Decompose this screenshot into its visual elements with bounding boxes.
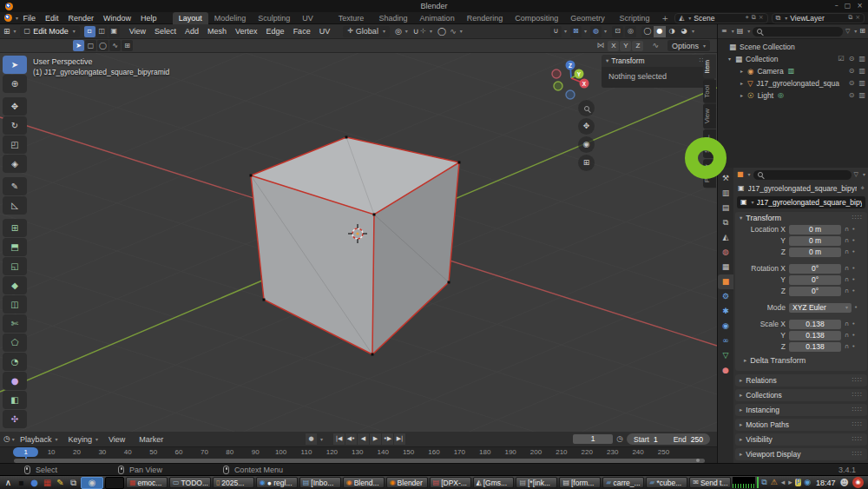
frame-tick[interactable]: 80 — [217, 447, 242, 457]
window-button[interactable]: ◉ ● regl... — [256, 477, 298, 488]
render-visibility-icon[interactable]: ▥ — [858, 68, 865, 75]
add-workspace-button[interactable]: + — [656, 12, 675, 24]
render-visibility-icon[interactable]: ▥ — [858, 56, 865, 63]
collapsed-panel[interactable]: ▸ Collections ∷∷ — [735, 389, 867, 401]
lock-icon[interactable]: ∩ — [845, 227, 849, 233]
menu-item[interactable]: Window — [103, 14, 131, 23]
eye-icon[interactable]: ⊙ — [849, 56, 855, 63]
lock-icon[interactable]: ∩ — [845, 288, 849, 294]
tray-icon[interactable]: ▸ — [787, 479, 793, 486]
lock-icon[interactable]: ∩ — [845, 277, 849, 283]
outliner-item-label[interactable]: Camera — [757, 67, 783, 76]
outliner-row[interactable]: ▾ ▦ Collection ☑ ⊙ ▥ — [718, 53, 868, 65]
frame-tick[interactable]: 1 — [13, 447, 38, 457]
properties-tab[interactable]: ● — [718, 363, 733, 378]
value-input[interactable]: 0° — [789, 275, 841, 285]
properties-search-input[interactable] — [753, 170, 852, 180]
window-button[interactable]: ▤ [DPX-... — [430, 477, 471, 488]
frame-tick[interactable]: 50 — [141, 447, 166, 457]
frame-tick[interactable]: 30 — [89, 447, 115, 457]
select-mode-button[interactable]: ▫ — [84, 26, 95, 37]
properties-tab[interactable]: ◭ — [718, 230, 733, 245]
collapsed-panel[interactable]: ▸ Viewport Display ∷∷ — [735, 448, 867, 460]
properties-tab[interactable]: ⧉ — [718, 215, 733, 230]
sidebar-tab[interactable]: View — [703, 103, 716, 129]
viewport-3d[interactable]: ➤⊕✥↻◰◈✎◺⊞⬒◱◆◫✄⬠◔●◧✣ User Perspective (1)… — [0, 53, 717, 432]
window-button[interactable]: ◭ [Gms... — [473, 477, 515, 488]
mirror-axis-button[interactable]: X — [608, 41, 619, 51]
editor-type-button[interactable]: ⊞ ▾ — [3, 28, 16, 36]
value-input[interactable]: 0.138 — [789, 342, 841, 352]
properties-tab[interactable]: ▽ — [718, 348, 733, 363]
select-variant-button[interactable]: ▢ — [85, 40, 96, 51]
render-visibility-icon[interactable]: ▥ — [858, 80, 865, 87]
transport-button[interactable]: ◀• — [345, 433, 357, 445]
properties-tab[interactable]: ✱ — [718, 304, 733, 319]
mode-dropdown[interactable]: ▢ Edit Mode ▾ — [20, 26, 80, 37]
window-button[interactable]: ◉ Blender — [386, 477, 428, 488]
pin-icon[interactable]: ⌖ — [746, 15, 749, 21]
collapsed-panel[interactable]: ▸ Visibility ∷∷ — [735, 433, 867, 446]
start-value[interactable]: 1 — [654, 435, 658, 444]
workspace-tab[interactable]: Modeling — [208, 12, 253, 24]
value-input[interactable]: 0 m — [789, 225, 841, 235]
value-input[interactable]: 0 m — [789, 248, 841, 257]
shading-mode-button[interactable]: ◯ — [641, 26, 654, 37]
axis-neg-x[interactable] — [552, 69, 561, 78]
tool-button[interactable]: ◱ — [3, 257, 27, 275]
animate-dot-icon[interactable]: • — [852, 344, 855, 350]
workspace-tab[interactable]: Animation — [414, 12, 461, 24]
outliner-item-label[interactable]: Collection — [746, 55, 778, 63]
editor-type-icon[interactable]: ◷ — [3, 435, 10, 443]
eye-icon[interactable]: ⊙ — [849, 92, 855, 99]
tool-button[interactable]: ↻ — [3, 116, 27, 135]
frame-tick[interactable]: 190 — [497, 447, 523, 457]
window-button[interactable]: ▤ [*[ink... — [516, 477, 557, 488]
value-input[interactable]: 0° — [789, 287, 841, 296]
animate-dot-icon[interactable]: • — [854, 305, 858, 311]
display-mode-icon[interactable]: ▤ — [737, 28, 744, 35]
frame-tick[interactable]: 210 — [549, 447, 574, 457]
frame-tick[interactable]: 150 — [396, 447, 421, 457]
window-button[interactable]: ▰ carre_... — [602, 477, 644, 488]
options-dropdown[interactable]: Options ▾ — [667, 40, 710, 51]
window-button[interactable]: ▤ [Inbo... — [299, 477, 341, 488]
clear-icon[interactable]: × — [855, 15, 860, 21]
workspace-tab[interactable]: Geometry Nodes — [564, 12, 613, 24]
frame-tick[interactable]: 160 — [421, 447, 446, 457]
animate-dot-icon[interactable]: • — [852, 333, 855, 339]
menu-item[interactable]: Render — [68, 14, 94, 23]
menu-item[interactable]: Marker — [139, 435, 167, 444]
active-launcher-blender[interactable]: ◉ — [81, 477, 103, 489]
falloff-dropdown[interactable]: ∿ ▾ — [450, 28, 463, 36]
launcher-icon[interactable]: ▦ — [42, 479, 53, 487]
properties-tab[interactable]: ▥ — [718, 186, 733, 201]
expander-icon[interactable]: ▸ — [740, 93, 747, 98]
value-input[interactable]: 0 m — [789, 236, 841, 246]
tool-button[interactable]: ⬠ — [3, 334, 27, 352]
animate-dot-icon[interactable]: • — [852, 321, 855, 327]
animate-dot-icon[interactable]: • — [852, 266, 855, 272]
frame-tick[interactable]: 200 — [523, 447, 549, 457]
blender-menu-icon[interactable] — [4, 14, 12, 22]
select-mode-button[interactable]: ▣ — [108, 26, 120, 37]
tool-button[interactable]: ◺ — [3, 196, 27, 215]
workspace-tab[interactable]: Sculpting — [252, 12, 296, 24]
workspace-tab[interactable]: Rendering — [461, 12, 510, 24]
viewport-toggle[interactable]: ⊠▾ — [570, 26, 587, 37]
lock-icon[interactable]: ∩ — [845, 266, 849, 272]
checkbox-icon[interactable]: ☑ — [838, 56, 845, 63]
orientation-dropdown[interactable]: ✛ Global ▾ — [343, 26, 390, 37]
tray-icon[interactable]: ◉ — [803, 479, 812, 486]
workspace-tab[interactable]: Shading — [373, 12, 414, 24]
properties-tab[interactable]: ◉ — [718, 319, 733, 334]
launcher-icon[interactable]: ● — [29, 479, 40, 487]
frame-tick[interactable]: 90 — [243, 447, 268, 457]
record-button[interactable]: ● ▾ — [306, 433, 323, 445]
value-input[interactable]: 0.138 — [789, 320, 841, 329]
frame-tick[interactable]: 10 — [38, 447, 63, 457]
launcher-icon[interactable]: ✎ — [55, 479, 66, 487]
launcher-icon[interactable]: ▪ — [16, 479, 27, 487]
show-overlays-toggle[interactable]: ◎ — [625, 26, 636, 37]
frame-range[interactable]: Start 1 End 250 — [627, 433, 710, 445]
